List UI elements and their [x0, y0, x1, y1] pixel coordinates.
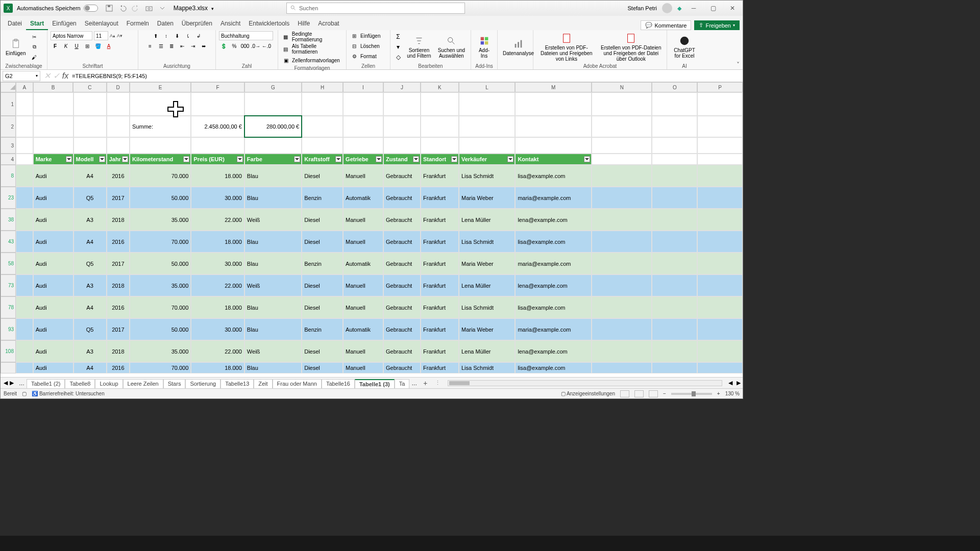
table-cell[interactable]: lisa@example.com	[515, 296, 592, 318]
cell[interactable]	[592, 92, 652, 116]
table-cell[interactable]: Audi	[33, 187, 74, 209]
cut-icon[interactable]: ✂	[30, 32, 39, 41]
sheet-overflow-icon[interactable]: …	[409, 380, 419, 386]
table-cell[interactable]: Q5	[74, 318, 107, 340]
conditional-formatting-button[interactable]: ▦Bedingte Formatierung	[281, 31, 343, 42]
autosum-icon[interactable]: Σ	[394, 32, 403, 41]
table-cell[interactable]: 50.000	[130, 318, 191, 340]
column-header-M[interactable]: M	[515, 82, 592, 92]
fill-icon[interactable]: ▾	[394, 42, 403, 52]
table-cell[interactable]: A4	[74, 296, 107, 318]
table-cell[interactable]	[16, 231, 33, 253]
cell[interactable]	[16, 92, 33, 116]
table-cell[interactable]: Manuell	[343, 165, 383, 187]
cell[interactable]	[592, 154, 652, 165]
table-cell[interactable]: Audi	[33, 274, 74, 296]
orientation-icon[interactable]: ⤹	[183, 31, 192, 40]
table-cell[interactable]: 35.000	[130, 340, 191, 362]
bold-icon[interactable]: F	[51, 41, 60, 51]
font-size-select[interactable]	[94, 31, 108, 40]
cell[interactable]	[383, 92, 421, 116]
row-header[interactable]: 4	[1, 154, 16, 165]
table-header-cell[interactable]: Kraftstoff	[302, 154, 343, 165]
cell[interactable]	[592, 137, 652, 154]
table-cell[interactable]: Gebraucht	[383, 253, 421, 274]
diamond-icon[interactable]: ◆	[677, 5, 681, 12]
ribbon-tab-daten[interactable]: Daten	[153, 18, 178, 30]
autosave-toggle[interactable]: Automatisches Speichern	[17, 5, 98, 12]
table-cell[interactable]: Gebraucht	[383, 209, 421, 231]
cell[interactable]	[515, 92, 592, 116]
table-cell[interactable]	[592, 209, 652, 231]
table-cell[interactable]	[697, 296, 743, 318]
table-cell[interactable]: A3	[74, 274, 107, 296]
table-cell[interactable]: 70.000	[130, 231, 191, 253]
table-cell[interactable]	[16, 340, 33, 362]
column-header-B[interactable]: B	[33, 82, 74, 92]
cell[interactable]	[33, 92, 74, 116]
table-cell[interactable]: 2016	[107, 231, 130, 253]
table-header-cell[interactable]: Kontakt	[515, 154, 592, 165]
cell[interactable]: 2.458.000,00 €	[191, 116, 244, 137]
table-cell[interactable]	[592, 340, 652, 362]
table-cell[interactable]: lena@example.com	[515, 340, 592, 362]
table-cell[interactable]: Manuell	[343, 296, 383, 318]
table-cell[interactable]: Frankfurt	[421, 362, 459, 373]
table-cell[interactable]	[652, 187, 697, 209]
scroll-left-icon[interactable]: ◀	[726, 380, 734, 386]
table-cell[interactable]: A3	[74, 209, 107, 231]
add-sheet-button[interactable]: +	[419, 379, 431, 387]
table-cell[interactable]	[697, 340, 743, 362]
table-cell[interactable]	[16, 187, 33, 209]
ribbon-tab-start[interactable]: Start	[26, 18, 48, 30]
cell[interactable]	[421, 116, 459, 137]
row-header[interactable]: 23	[1, 187, 16, 209]
row-header[interactable]: 73	[1, 274, 16, 296]
column-header-D[interactable]: D	[107, 82, 130, 92]
table-cell[interactable]: A3	[74, 340, 107, 362]
cell[interactable]	[343, 137, 383, 154]
column-header-P[interactable]: P	[697, 82, 743, 92]
cell[interactable]	[652, 116, 697, 137]
table-cell[interactable]: Manuell	[343, 231, 383, 253]
table-cell[interactable]: 18.000	[191, 165, 244, 187]
find-select-button[interactable]: Suchen und Auswählen	[435, 34, 468, 60]
table-header-cell[interactable]: Standort	[421, 154, 459, 165]
table-cell[interactable]: Lena Müller	[459, 209, 515, 231]
paste-button[interactable]: Einfügen	[4, 37, 28, 57]
table-cell[interactable]	[592, 296, 652, 318]
table-header-cell[interactable]: Farbe	[244, 154, 302, 165]
filter-icon[interactable]	[451, 156, 457, 162]
table-cell[interactable]: Manuell	[343, 340, 383, 362]
filter-icon[interactable]	[66, 156, 72, 162]
table-cell[interactable]: Diesel	[302, 209, 343, 231]
table-cell[interactable]: Manuell	[343, 209, 383, 231]
cell[interactable]	[302, 137, 343, 154]
table-cell[interactable]: Frankfurt	[421, 296, 459, 318]
table-cell[interactable]: 22.000	[191, 340, 244, 362]
table-cell[interactable]: Lena Müller	[459, 340, 515, 362]
increase-indent-icon[interactable]: ⇥	[188, 41, 198, 51]
table-cell[interactable]: Benzin	[302, 187, 343, 209]
table-cell[interactable]: Lisa Schmidt	[459, 165, 515, 187]
column-header-A[interactable]: A	[16, 82, 33, 92]
italic-icon[interactable]: K	[61, 41, 70, 51]
zoom-level-label[interactable]: 130 %	[725, 391, 740, 396]
table-cell[interactable]: 22.000	[191, 274, 244, 296]
cell[interactable]	[130, 92, 191, 116]
minimize-button[interactable]: ─	[687, 3, 701, 13]
table-cell[interactable]: lena@example.com	[515, 274, 592, 296]
table-cell[interactable]: Gebraucht	[383, 340, 421, 362]
display-settings-button[interactable]: ▢ Anzeigeeinstellungen	[561, 391, 615, 396]
table-header-cell[interactable]: Marke	[33, 154, 74, 165]
table-cell[interactable]: Frankfurt	[421, 231, 459, 253]
table-cell[interactable]	[592, 187, 652, 209]
filter-icon[interactable]	[294, 156, 300, 162]
cell[interactable]	[191, 137, 244, 154]
table-cell[interactable]	[697, 362, 743, 373]
cell[interactable]	[652, 137, 697, 154]
user-name-label[interactable]: Stefan Petri	[628, 5, 657, 11]
filter-icon[interactable]	[335, 156, 341, 162]
cell[interactable]	[592, 116, 652, 137]
row-header[interactable]: 78	[1, 296, 16, 318]
